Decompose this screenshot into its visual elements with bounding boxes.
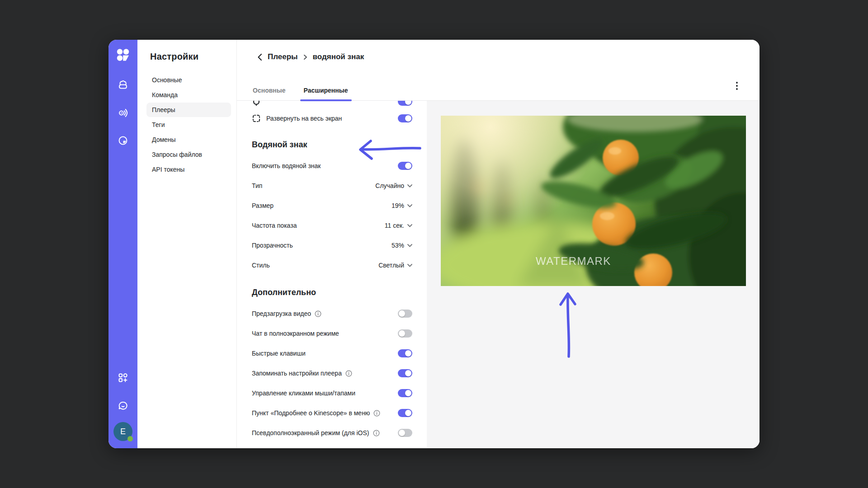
- hotkeys-row: Быстрые клавиши: [252, 343, 412, 363]
- watermark-size-select[interactable]: 19%: [392, 202, 412, 209]
- watermark-type-row: Тип Случайно: [252, 176, 412, 196]
- info-icon[interactable]: [345, 370, 352, 377]
- app-sidebar: E: [108, 40, 137, 448]
- enable-watermark-row: Включить водяной знак: [252, 156, 412, 176]
- apps-plus-icon[interactable]: [113, 368, 133, 388]
- breadcrumb-watermark: водяной знак: [313, 52, 364, 61]
- settings-nav-panel: Настройки Основные Команда Плееры Теги Д…: [137, 40, 237, 448]
- remember-settings-row: Запоминать настройки плеера: [252, 363, 412, 383]
- breadcrumb: Плееры водяной знак: [257, 52, 364, 61]
- fullscreen-icon: [252, 114, 261, 123]
- content-area: Плееры водяной знак Основные Расширенные: [237, 40, 760, 448]
- info-icon[interactable]: [315, 310, 321, 317]
- chevron-down-icon: [407, 224, 412, 227]
- nav-item-api-tokens[interactable]: API токены: [146, 162, 231, 177]
- watermark-overlay-text: WATERMARK: [536, 255, 611, 267]
- info-icon[interactable]: [373, 410, 380, 417]
- about-menu-item-toggle[interactable]: [398, 409, 412, 417]
- breadcrumb-players[interactable]: Плееры: [268, 52, 298, 61]
- nav-item-players[interactable]: Плееры: [146, 103, 231, 117]
- player-preview-panel: WATERMARK: [427, 101, 760, 448]
- preload-row: Предзагрузка видео: [252, 304, 412, 324]
- pseudo-fullscreen-row: Псевдополноэкранный режим (для iOS): [252, 423, 412, 443]
- analytics-icon[interactable]: [113, 131, 133, 150]
- about-menu-item-row: Пункт «Подробнее о Kinescope» в меню: [252, 403, 412, 423]
- clipped-setting-row: [252, 101, 412, 106]
- tab-basic[interactable]: Основные: [252, 87, 287, 100]
- enable-watermark-toggle[interactable]: [398, 162, 412, 170]
- additional-section-title: Дополнительно: [252, 288, 412, 297]
- watermark-opacity-select[interactable]: 53%: [392, 242, 412, 249]
- tab-bar: Основные Расширенные: [252, 87, 349, 100]
- watermark-type-select[interactable]: Случайно: [375, 182, 412, 189]
- hotkeys-toggle[interactable]: [398, 349, 412, 357]
- preload-toggle[interactable]: [398, 310, 412, 318]
- watermark-size-row: Размер 19%: [252, 196, 412, 216]
- fullscreen-toggle[interactable]: [398, 114, 412, 122]
- chevron-down-icon: [407, 244, 412, 247]
- avatar[interactable]: E: [113, 422, 132, 441]
- setting-label: Включить водяной знак: [252, 162, 321, 169]
- chat-icon[interactable]: [113, 396, 133, 416]
- clipped-setting-icon: [252, 101, 261, 106]
- remember-settings-toggle[interactable]: [398, 369, 412, 377]
- watermark-section-title: Водяной знак: [252, 140, 412, 150]
- tab-advanced[interactable]: Расширенные: [303, 87, 349, 100]
- info-icon[interactable]: [373, 430, 380, 436]
- watermark-style-select[interactable]: Светлый: [378, 262, 412, 269]
- breadcrumb-separator-icon: [303, 54, 307, 60]
- clipped-setting-toggle[interactable]: [398, 101, 412, 106]
- watermark-opacity-row: Прозрачность 53%: [252, 235, 412, 255]
- watermark-frequency-select[interactable]: 11 сек.: [385, 222, 412, 229]
- projects-folder-icon[interactable]: [113, 75, 133, 94]
- click-control-row: Управление кликами мыши/тапами: [252, 383, 412, 403]
- click-control-toggle[interactable]: [398, 389, 412, 397]
- nav-item-tags[interactable]: Теги: [146, 117, 231, 132]
- online-status-dot: [127, 436, 133, 441]
- setting-label: Развернуть на весь экран: [266, 115, 342, 122]
- watermark-style-row: Стиль Светлый: [252, 255, 412, 275]
- nav-item-team[interactable]: Команда: [146, 88, 231, 102]
- watermark-frequency-row: Частота показа 11 сек.: [252, 216, 412, 235]
- avatar-initial: E: [120, 427, 126, 436]
- page-title: Настройки: [150, 52, 231, 62]
- app-window: E Настройки Основные Команда Плееры Теги…: [108, 40, 760, 448]
- kinescope-logo-icon[interactable]: [115, 47, 131, 63]
- video-preview[interactable]: WATERMARK: [441, 116, 746, 286]
- content-header: Плееры водяной знак Основные Расширенные: [237, 40, 760, 101]
- chevron-down-icon: [407, 204, 412, 207]
- pseudo-fullscreen-toggle[interactable]: [398, 429, 412, 437]
- fullscreen-setting-row: Развернуть на весь экран: [252, 106, 412, 131]
- chevron-left-icon[interactable]: [257, 53, 262, 61]
- fullscreen-chat-toggle[interactable]: [398, 329, 412, 338]
- nav-item-file-requests[interactable]: Запросы файлов: [146, 147, 231, 162]
- kebab-menu-icon[interactable]: [731, 80, 743, 92]
- nav-item-domains[interactable]: Домены: [146, 132, 231, 147]
- player-icon[interactable]: [113, 103, 133, 122]
- chevron-down-icon: [407, 264, 412, 267]
- fullscreen-chat-row: Чат в полноэкранном режиме: [252, 324, 412, 343]
- nav-item-general[interactable]: Основные: [146, 73, 231, 87]
- chevron-down-icon: [407, 184, 412, 188]
- settings-scroll-column[interactable]: Развернуть на весь экран Водяной знак Вк…: [237, 101, 427, 448]
